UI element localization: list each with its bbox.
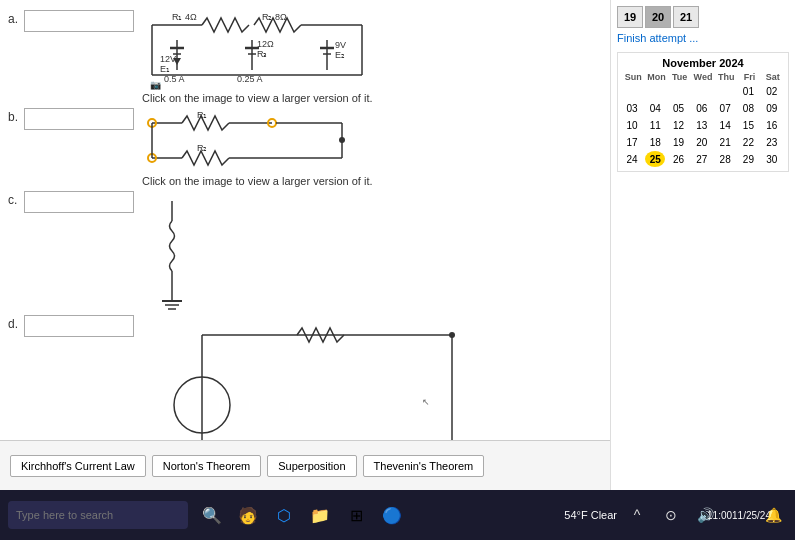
circuit-area-c[interactable] bbox=[142, 191, 602, 311]
circuit-area-b[interactable]: R₁ R₂ bbox=[142, 108, 602, 187]
label-b: b. bbox=[8, 110, 20, 124]
cal-day-20[interactable]: 20 bbox=[692, 134, 712, 150]
taskbar-app-store[interactable]: 🔵 bbox=[376, 499, 408, 531]
cal-day-21[interactable]: 21 bbox=[715, 134, 735, 150]
cal-day-28[interactable]: 28 bbox=[715, 151, 735, 167]
search-input[interactable] bbox=[8, 501, 188, 529]
cal-day-16[interactable]: 16 bbox=[762, 117, 782, 133]
svg-text:📷: 📷 bbox=[150, 79, 162, 90]
attempt-box-21[interactable]: 21 bbox=[673, 6, 699, 28]
cal-day-15[interactable]: 15 bbox=[738, 117, 758, 133]
answer-input-d[interactable] bbox=[24, 315, 134, 337]
svg-text:12Ω: 12Ω bbox=[257, 39, 274, 49]
cal-day-07[interactable]: 07 bbox=[715, 100, 735, 116]
calendar-month: November 2024 bbox=[622, 57, 784, 69]
attempt-box-19[interactable]: 19 bbox=[617, 6, 643, 28]
circuit-svg-c bbox=[142, 191, 292, 311]
cal-day-08[interactable]: 08 bbox=[738, 100, 758, 116]
cal-day-29[interactable]: 29 bbox=[738, 151, 758, 167]
wifi-icon[interactable]: ⊙ bbox=[657, 501, 685, 529]
cal-empty bbox=[622, 83, 642, 99]
taskbar-app-folder[interactable]: 📁 bbox=[304, 499, 336, 531]
cal-day-19[interactable]: 19 bbox=[669, 134, 689, 150]
taskbar-app-search[interactable]: 🔍 bbox=[196, 499, 228, 531]
cal-empty bbox=[692, 83, 712, 99]
cal-day-06[interactable]: 06 bbox=[692, 100, 712, 116]
cal-day-05[interactable]: 05 bbox=[669, 100, 689, 116]
right-panel: 19 20 21 Finish attempt ... November 202… bbox=[610, 0, 795, 490]
question-row-b: b. R₁ bbox=[8, 108, 602, 187]
cal-empty bbox=[669, 83, 689, 99]
notifications-icon[interactable]: 🔔 bbox=[759, 501, 787, 529]
system-tray: 54°F Clear ^ ⊙ 🔊 11:00 11/25/24 🔔 bbox=[558, 501, 787, 529]
taskbar-app-grid[interactable]: ⊞ bbox=[340, 499, 372, 531]
cal-day-04[interactable]: 04 bbox=[645, 100, 665, 116]
click-text-a: Click on the image to view a larger vers… bbox=[142, 92, 373, 104]
svg-text:E₁: E₁ bbox=[160, 64, 170, 74]
cal-day-17[interactable]: 17 bbox=[622, 134, 642, 150]
clock: 11:00 11/25/24 bbox=[725, 501, 753, 529]
click-text-b: Click on the image to view a larger vers… bbox=[142, 175, 373, 187]
attempt-box-20[interactable]: 20 bbox=[645, 6, 671, 28]
svg-text:0.5 A: 0.5 A bbox=[164, 74, 185, 84]
cal-day-10[interactable]: 10 bbox=[622, 117, 642, 133]
cal-empty bbox=[715, 83, 735, 99]
label-a: a. bbox=[8, 12, 20, 26]
cal-day-13[interactable]: 13 bbox=[692, 117, 712, 133]
taskbar-app-person[interactable]: 🧑 bbox=[232, 499, 264, 531]
question-row-c: c. bbox=[8, 191, 602, 311]
finish-attempt-link[interactable]: Finish attempt ... bbox=[617, 32, 789, 44]
cal-day-02[interactable]: 02 bbox=[762, 83, 782, 99]
cal-day-27[interactable]: 27 bbox=[692, 151, 712, 167]
svg-text:E₂: E₂ bbox=[335, 50, 345, 60]
left-panel: a. R₁ 4Ω R₂ 8Ω bbox=[0, 0, 610, 490]
cal-day-03[interactable]: 03 bbox=[622, 100, 642, 116]
cal-day-14[interactable]: 14 bbox=[715, 117, 735, 133]
cal-day-30[interactable]: 30 bbox=[762, 151, 782, 167]
svg-text:R₁: R₁ bbox=[197, 110, 208, 120]
calendar: November 2024 SunMonTueWedThuFriSat01020… bbox=[617, 52, 789, 172]
svg-point-38 bbox=[339, 137, 345, 143]
cal-day-09[interactable]: 09 bbox=[762, 100, 782, 116]
question-row-a: a. R₁ 4Ω R₂ 8Ω bbox=[8, 10, 602, 104]
cal-day-header: Sun bbox=[622, 72, 644, 82]
taskbar-icons-group: 🔍 🧑 ⬡ 📁 ⊞ 🔵 bbox=[196, 499, 408, 531]
taskbar: 🔍 🧑 ⬡ 📁 ⊞ 🔵 54°F Clear ^ ⊙ 🔊 11:00 11/25… bbox=[0, 490, 795, 540]
cal-day-header: Thu bbox=[715, 72, 737, 82]
svg-text:↖: ↖ bbox=[422, 397, 430, 407]
taskbar-app-edge[interactable]: ⬡ bbox=[268, 499, 300, 531]
cal-day-22[interactable]: 22 bbox=[738, 134, 758, 150]
cal-day-header: Tue bbox=[669, 72, 691, 82]
cal-day-header: Wed bbox=[692, 72, 714, 82]
choice-thevenin[interactable]: Thevenin's Theorem bbox=[363, 455, 485, 477]
cal-day-12[interactable]: 12 bbox=[669, 117, 689, 133]
cal-day-header: Mon bbox=[645, 72, 667, 82]
cal-day-11[interactable]: 11 bbox=[645, 117, 665, 133]
cal-day-header: Sat bbox=[762, 72, 784, 82]
cal-day-01[interactable]: 01 bbox=[738, 83, 758, 99]
cal-day-23[interactable]: 23 bbox=[762, 134, 782, 150]
choice-superposition[interactable]: Superposition bbox=[267, 455, 356, 477]
answer-input-b[interactable] bbox=[24, 108, 134, 130]
svg-text:R₁ 4Ω: R₁ 4Ω bbox=[172, 12, 197, 22]
svg-text:0.25 A: 0.25 A bbox=[237, 74, 263, 84]
circuit-svg-a: R₁ 4Ω R₂ 8Ω bbox=[142, 10, 432, 90]
answer-input-a[interactable] bbox=[24, 10, 134, 32]
label-c: c. bbox=[8, 193, 20, 207]
circuit-svg-b: R₁ R₂ bbox=[142, 108, 422, 173]
svg-text:R₂: R₂ bbox=[197, 143, 208, 153]
calendar-grid: SunMonTueWedThuFriSat0102030405060708091… bbox=[622, 72, 784, 167]
cal-day-18[interactable]: 18 bbox=[645, 134, 665, 150]
network-icon[interactable]: ^ bbox=[623, 501, 651, 529]
circuit-area-a[interactable]: R₁ 4Ω R₂ 8Ω bbox=[142, 10, 602, 104]
answer-choices-row: Kirchhoff's Current Law Norton's Theorem… bbox=[0, 440, 610, 490]
choice-norton[interactable]: Norton's Theorem bbox=[152, 455, 262, 477]
answer-input-c[interactable] bbox=[24, 191, 134, 213]
cal-day-24[interactable]: 24 bbox=[622, 151, 642, 167]
cal-day-25[interactable]: 25 bbox=[645, 151, 665, 167]
choice-kirchhoff[interactable]: Kirchhoff's Current Law bbox=[10, 455, 146, 477]
cal-empty bbox=[645, 83, 665, 99]
svg-point-49 bbox=[449, 332, 455, 338]
weather-text: 54°F Clear bbox=[564, 509, 617, 521]
cal-day-26[interactable]: 26 bbox=[669, 151, 689, 167]
